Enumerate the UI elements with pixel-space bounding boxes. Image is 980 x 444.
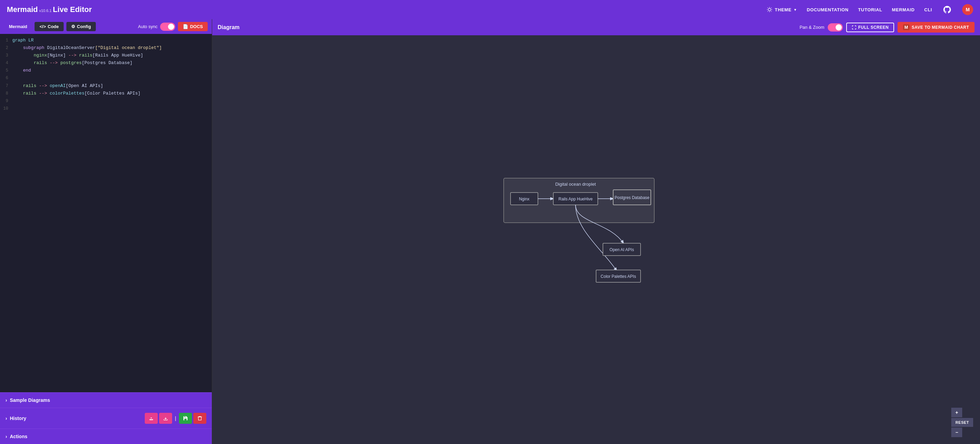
line-content: nginx[Nginx] --> rails[Rails App HueHive… (12, 52, 143, 59)
tutorial-link[interactable]: TUTORIAL (858, 7, 883, 12)
code-line-9: 9 (0, 97, 212, 105)
tab-config[interactable]: ⚙ Config (66, 22, 96, 31)
tab-code[interactable]: </> Code (35, 22, 63, 31)
history-save-button[interactable] (179, 413, 192, 424)
theme-button[interactable]: THEME ▼ (767, 6, 797, 13)
version-label: v10.6.1 (39, 8, 51, 13)
diagram-toolbar: Diagram Pan & Zoom FULL SCREEN M SAVE TO… (212, 19, 980, 35)
sample-diagrams-label: Sample Diagrams (10, 398, 50, 403)
diagram-title: Diagram (218, 24, 240, 30)
tab-config-label: Config (77, 24, 91, 29)
brand: Mermaidv10.6.1 Live Editor (7, 5, 92, 14)
line-content (12, 74, 15, 82)
history-delete-button[interactable] (193, 413, 206, 424)
code-line-4: 4 rails --> postgres[Postgres Database] (0, 59, 212, 67)
postgres-node-label: Postgres Database (614, 195, 649, 200)
line-content: rails --> postgres[Postgres Database] (12, 59, 132, 67)
tab-mermaid[interactable]: Mermaid (4, 22, 32, 31)
main-nav: THEME ▼ DOCUMENTATION TUTORIAL MERMAID C… (767, 4, 973, 15)
actions-chevron-icon: › (5, 434, 7, 439)
line-content (12, 105, 15, 112)
line-num: 8 (0, 90, 12, 97)
zoom-in-icon: + (955, 410, 958, 415)
mermaid-diagram-svg: Digital ocean droplet Nginx Rails App Hu… (500, 175, 692, 305)
code-editor[interactable]: 1 graph LR 2 subgraph DigitalOceanServer… (0, 34, 212, 392)
fullscreen-button[interactable]: FULL SCREEN (846, 22, 894, 32)
cli-link[interactable]: CLI (924, 7, 932, 12)
colorpal-node-label: Color Palettes APIs (601, 274, 636, 279)
openai-node-label: Open AI APIs (609, 248, 634, 252)
mermaid-m-icon[interactable]: M (962, 4, 973, 15)
mermaid-link[interactable]: MERMAID (892, 7, 915, 12)
actions-panel[interactable]: › Actions (0, 429, 212, 444)
code-line-5: 5 end (0, 67, 212, 74)
history-label: History (10, 415, 26, 421)
fullscreen-label: FULL SCREEN (858, 25, 889, 30)
history-buttons: | (145, 413, 206, 424)
auto-sync-area: Auto sync 📄 DOCS (138, 22, 208, 31)
line-content: subgraph DigitalOceanServer["Digital oce… (12, 44, 162, 52)
fullscreen-icon (852, 25, 856, 30)
line-num: 2 (0, 44, 12, 51)
subgraph-title: Digital ocean droplet (555, 182, 596, 187)
code-line-10: 10 (0, 105, 212, 112)
save-mermaid-label: SAVE TO MERMAID CHART (912, 25, 969, 30)
live-editor-label: Live Editor (53, 5, 92, 14)
line-num: 9 (0, 97, 12, 104)
bottom-panels: › Sample Diagrams › History | (0, 392, 212, 444)
auto-sync-label: Auto sync (138, 24, 158, 29)
zoom-controls: + RESET − (951, 408, 973, 437)
line-content (12, 97, 15, 105)
history-panel[interactable]: › History | (0, 408, 212, 429)
docs-button[interactable]: 📄 DOCS (178, 22, 208, 31)
sample-diagrams-panel[interactable]: › Sample Diagrams (0, 392, 212, 408)
history-chevron-icon: › (5, 415, 7, 421)
line-num: 1 (0, 37, 12, 44)
rails-node-label: Rails App HueHive (558, 196, 593, 201)
diagram-right-tools: Pan & Zoom FULL SCREEN M SAVE TO MERMAID… (800, 22, 975, 32)
code-line-6: 6 (0, 74, 212, 82)
line-num: 5 (0, 67, 12, 74)
nginx-node-label: Nginx (519, 196, 530, 201)
code-line-3: 3 nginx[Nginx] --> rails[Rails App HueHi… (0, 52, 212, 59)
mermaid-save-icon: M (903, 24, 910, 30)
header: Mermaidv10.6.1 Live Editor THEME ▼ DOCUM… (0, 0, 980, 19)
editor-toolbar: Mermaid </> Code ⚙ Config Auto sync 📄 DO… (0, 19, 212, 34)
history-download-button[interactable] (159, 413, 172, 424)
config-icon: ⚙ (71, 24, 75, 29)
theme-chevron-icon: ▼ (794, 8, 797, 12)
brand-name: Mermaid (7, 5, 38, 14)
code-line-8: 8 rails --> colorPalettes[Color Palettes… (0, 90, 212, 97)
save-mermaid-button[interactable]: M SAVE TO MERMAID CHART (897, 22, 975, 32)
save-icon (183, 415, 188, 421)
left-panel: Mermaid </> Code ⚙ Config Auto sync 📄 DO… (0, 19, 212, 444)
line-num: 7 (0, 82, 12, 89)
sample-diagrams-chevron-icon: › (5, 398, 7, 403)
history-left: › History (5, 415, 26, 421)
line-num: 10 (0, 105, 12, 112)
upload-icon (148, 415, 154, 421)
line-num: 4 (0, 59, 12, 67)
theme-label: THEME (775, 7, 791, 12)
theme-icon (767, 6, 773, 13)
pan-zoom-label: Pan & Zoom (800, 25, 824, 30)
line-num: 6 (0, 74, 12, 81)
download-icon (163, 415, 169, 421)
github-svg (943, 6, 951, 13)
zoom-in-button[interactable]: + (951, 408, 962, 417)
zoom-out-button[interactable]: − (951, 428, 962, 437)
line-num: 3 (0, 52, 12, 59)
history-upload-button[interactable] (145, 413, 158, 424)
documentation-link[interactable]: DOCUMENTATION (807, 7, 849, 12)
tab-code-label: Code (48, 24, 59, 29)
code-line-2: 2 subgraph DigitalOceanServer["Digital o… (0, 44, 212, 52)
code-line-1: 1 graph LR (0, 37, 212, 44)
pan-zoom-toggle[interactable] (828, 23, 843, 32)
zoom-reset-button[interactable]: RESET (951, 418, 973, 427)
line-content: rails --> colorPalettes[Color Palettes A… (12, 90, 141, 97)
line-content: end (12, 67, 31, 74)
auto-sync-toggle[interactable] (160, 22, 175, 31)
actions-label: Actions (10, 434, 27, 439)
svg-point-0 (768, 8, 771, 11)
github-icon[interactable] (942, 4, 953, 15)
